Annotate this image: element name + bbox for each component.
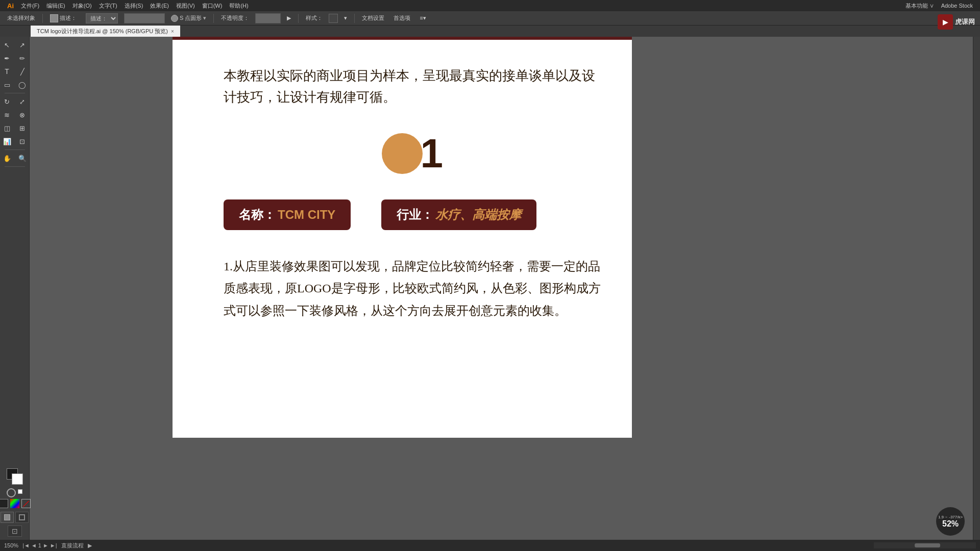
opacity-value[interactable]: 100% [255,13,281,23]
left-toolbar: ↖ ↗ ✒ ✏ T ╱ ▭ ◯ ↻ ⤢ ≋ ⊗ ◫ ⊞ 📊 ⊡ ✋ 🔍 [0,37,30,542]
tool-row-1: ↖ ↗ [0,39,30,51]
tool-row-4: ▭ ◯ [0,79,30,91]
zoom-top-label: 1.9→ -377/k> [938,515,963,519]
artboard: 本教程以实际的商业项目为样本，呈现最真实的接单谈单以及设计技巧，让设计有规律可循… [173,40,632,438]
tool-row-7: ◫ ⊞ [0,122,30,134]
gradient-swatch[interactable] [10,499,19,508]
more-btn[interactable]: ≡▾ [416,14,429,22]
scale-tool[interactable]: ⤢ [15,95,30,108]
stroke-color[interactable]: 描述： [47,13,80,23]
style-label: 样式： [303,13,326,23]
hand-tool[interactable]: ✋ [0,152,14,164]
menu-edit[interactable]: 编辑(E) [43,1,68,11]
play-btn[interactable]: ▶ [88,542,92,549]
app-logo: Ai [4,1,17,11]
draw-mode-behind[interactable] [15,512,29,523]
menu-file[interactable]: 文件(F) [18,1,42,11]
menu-bar: Ai 文件(F) 编辑(E) 对象(O) 文字(T) 选择(S) 效果(E) 视… [0,0,980,11]
doc-tab-bar: TCM logo设计推导流程.ai @ 150% (RGB/GPU 预览) × [31,26,980,37]
divider-3 [298,14,299,23]
blend-tool[interactable]: ⊗ [15,109,30,121]
doc-tab[interactable]: TCM logo设计推导流程.ai @ 150% (RGB/GPU 预览) × [31,26,180,37]
badge-industry: 行业： 水疗、高端按摩 [381,199,536,230]
rect-tool[interactable]: ▭ [0,79,14,91]
tool-row-5: ↻ ⤢ [0,95,30,108]
background-swatch[interactable] [12,473,23,485]
last-page-btn[interactable]: ►| [50,542,57,548]
warp-tool[interactable]: ≋ [0,109,14,121]
tool-row-9: ✋ 🔍 [0,152,30,164]
scrollbar-track[interactable] [874,542,976,548]
style-arrow[interactable]: ▾ [341,14,350,22]
opacity-label: 不透明度： [218,13,252,23]
gradient-tool[interactable]: ◫ [0,122,14,134]
badge-industry-label: 行业： [397,207,433,223]
zoom-value[interactable]: 150% [4,542,18,548]
tool-row-2: ✒ ✏ [0,52,30,64]
line-tool[interactable]: ╱ [15,65,30,78]
adobe-stock[interactable]: Adobe Stock [938,2,976,10]
none-swatch[interactable] [21,499,31,508]
menu-help[interactable]: 帮助(H) [226,1,251,11]
canvas-area: 本教程以实际的商业项目为样本，呈现最真实的接单谈单以及设计技巧，让设计有规律可循… [30,37,973,540]
opacity-arrow[interactable]: ▶ [284,14,294,22]
stroke-weight[interactable]: 描述： [83,12,121,24]
doc-tab-close[interactable]: × [171,29,174,34]
tool-divider-3 [5,166,25,167]
swap-icon[interactable] [18,489,22,494]
shape-btn[interactable]: S 点圆形 ▾ [168,13,209,23]
draw-mode-normal[interactable] [1,512,14,523]
menu-effect[interactable]: 效果(E) [147,1,172,11]
artboard-content: 本教程以实际的商业项目为样本，呈现最真实的接单谈单以及设计技巧，让设计有规律可循… [173,40,632,342]
first-page-btn[interactable]: |◄ [22,542,30,548]
menu-select[interactable]: 选择(S) [121,1,146,11]
intro-text: 本教程以实际的商业项目为样本，呈现最真实的接单谈单以及设计技巧，让设计有规律可循… [224,65,601,108]
badge-name-value: TCM CITY [278,208,335,222]
pen-tool[interactable]: ✒ [0,52,14,64]
stroke-select[interactable]: 描述： [86,13,118,23]
select-tool[interactable]: ↖ [0,39,14,51]
zoom-indicator: 1.9→ -377/k> 52% [936,507,965,536]
doc-settings[interactable]: 文档设置 [359,13,387,23]
direct-select-tool[interactable]: ↗ [15,39,30,51]
prev-page-btn[interactable]: ◄ [31,542,37,548]
color-mode[interactable] [0,499,8,508]
none-icon[interactable] [7,488,16,497]
watermark: ▶ 虎课网 [938,14,975,30]
pencil-tool[interactable]: ✏ [15,52,30,64]
stroke-label: 描述： [60,14,77,22]
menu-window[interactable]: 窗口(W) [199,1,226,11]
number-circle [382,133,423,174]
basic-function[interactable]: 基本功能 ∨ [902,1,937,11]
artboard-tool[interactable]: ⊡ [15,135,30,147]
color-swatches[interactable] [7,468,23,485]
scrollbar-thumb[interactable] [915,543,940,547]
rotate-tool[interactable]: ↻ [0,95,14,108]
chart-tool[interactable]: 📊 [0,135,14,147]
flow-label[interactable]: 直接流程 [61,542,84,549]
tool-row-3: T ╱ [0,65,30,78]
brand-name: 虎课网 [955,17,975,27]
ellipse-tool[interactable]: ◯ [15,79,30,91]
doc-tab-name: TCM logo设计推导流程.ai @ 150% (RGB/GPU 预览) [37,28,168,35]
first-item[interactable]: 首选项 [390,13,413,23]
next-page-btn[interactable]: ► [43,542,48,548]
zoom-percentage: 52% [942,519,959,529]
text-tool[interactable]: T [0,65,14,78]
body-text: 1.从店里装修效果图可以发现，品牌定位比较简约轻奢，需要一定的品质感表现，原LO… [224,256,601,322]
layer-icon[interactable]: ⊡ [8,525,22,537]
zoom-tool[interactable]: 🔍 [15,152,30,164]
status-bar: 150% |◄ ◄ 1 ► ►| 直接流程 ▶ [0,540,980,551]
style-swatch[interactable] [329,14,338,23]
number-circle-container: 1 [382,128,443,179]
menu-object[interactable]: 对象(O) [69,1,95,11]
badge-name: 名称： TCM CITY [224,199,351,230]
number-section: 1 [224,128,601,179]
mesh-tool[interactable]: ⊞ [15,122,30,134]
menu-view[interactable]: 视图(V) [173,1,198,11]
divider-2 [213,14,214,23]
menu-text[interactable]: 文字(T) [96,1,120,11]
opacity-field[interactable] [124,13,165,23]
tool-row-8: 📊 ⊡ [0,135,30,147]
divider-4 [354,14,355,23]
